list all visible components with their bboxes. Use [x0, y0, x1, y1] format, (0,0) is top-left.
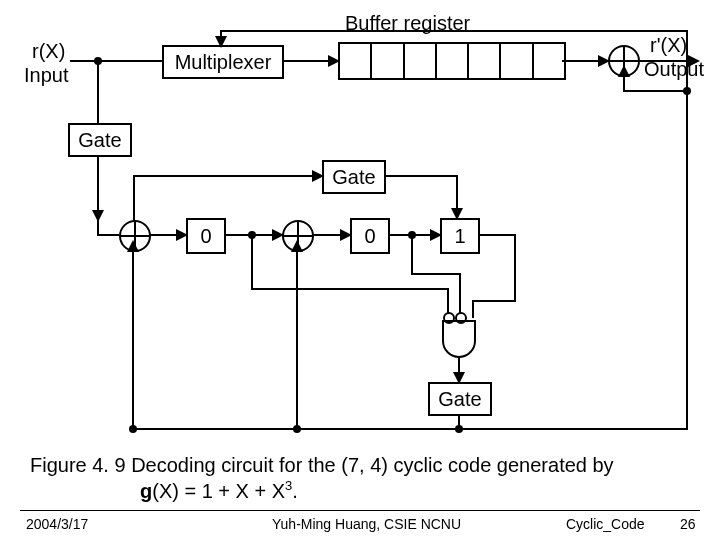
footer-date: 2004/3/17 [26, 516, 88, 532]
wire [97, 155, 99, 218]
junction-dot [683, 87, 691, 95]
arrow-icon [688, 55, 700, 67]
wire [70, 60, 162, 62]
and-gate [442, 320, 476, 360]
wire [623, 90, 688, 92]
wire [132, 428, 688, 430]
wire [97, 234, 119, 236]
wire [472, 300, 516, 302]
wire [132, 250, 134, 430]
wire [220, 30, 688, 32]
wire [97, 60, 99, 125]
wire [472, 300, 474, 318]
caption-gx-rest: (X) = 1 + X + X [152, 480, 285, 502]
figure-caption: Figure 4. 9 Decoding circuit for the (7,… [30, 452, 690, 504]
multiplexer-label: Multiplexer [175, 51, 272, 74]
register-cell: 0 [186, 218, 226, 254]
gate-label: Gate [332, 166, 375, 189]
register-value: 1 [454, 225, 465, 248]
wire [514, 234, 516, 300]
wire [384, 175, 458, 177]
wire [133, 175, 135, 220]
footer-topic: Cyclic_Code [566, 516, 645, 532]
gate-label: Gate [78, 129, 121, 152]
arrow-icon [312, 170, 324, 182]
arrow-icon [215, 36, 227, 48]
wire [411, 235, 413, 273]
wire [478, 234, 516, 236]
wire [133, 175, 322, 177]
gate-block-mid: Gate [322, 160, 386, 194]
input-label: Input [24, 64, 68, 87]
footer-page: 26 [680, 516, 696, 532]
footer-author: Yuh-Ming Huang, CSIE NCNU [272, 516, 461, 532]
wire [296, 250, 298, 430]
wire [251, 288, 447, 290]
caption-line1: Figure 4. 9 Decoding circuit for the (7,… [30, 454, 614, 476]
rpx-label: r'(X) [650, 34, 687, 57]
gate-label: Gate [438, 388, 481, 411]
footer-divider [20, 510, 700, 511]
multiplexer-block: Multiplexer [162, 45, 284, 79]
junction-dot [293, 425, 301, 433]
caption-end: . [292, 480, 298, 502]
caption-gx-bold: g [140, 480, 152, 502]
register-value: 0 [364, 225, 375, 248]
register-cell: 0 [350, 218, 390, 254]
gate-block-bottom: Gate [428, 382, 492, 416]
register-value: 0 [200, 225, 211, 248]
wire [411, 273, 460, 275]
rx-label: r(X) [32, 40, 65, 63]
arrow-icon [618, 65, 630, 77]
junction-dot [455, 425, 463, 433]
arrow-icon [451, 208, 463, 220]
arrow-icon [127, 240, 139, 252]
junction-dot [129, 425, 137, 433]
register-cell: 1 [440, 218, 480, 254]
gate-block-top: Gate [68, 123, 132, 157]
wire [251, 235, 253, 290]
arrow-icon [291, 240, 303, 252]
buffer-register [338, 42, 566, 80]
wire [623, 75, 625, 92]
